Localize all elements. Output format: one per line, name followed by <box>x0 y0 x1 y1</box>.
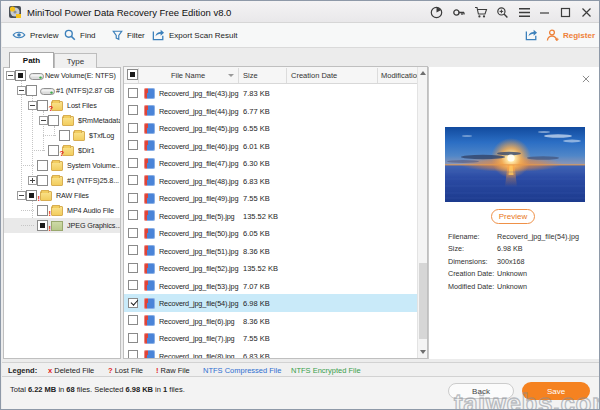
register-button[interactable]: Register <box>546 23 595 47</box>
filter-toolbar-button[interactable]: Filter <box>112 23 145 47</box>
file-name: Recoverd_jpg_file(50).jpg <box>159 229 238 238</box>
lost-mark-icon: ? <box>60 149 65 158</box>
tree-item[interactable]: ?Lost Files <box>4 98 120 113</box>
pie-chart-icon[interactable] <box>429 5 444 20</box>
tree-checkbox[interactable] <box>37 160 48 171</box>
tree-item[interactable]: #1 (NTFS)25.8... <box>4 173 120 188</box>
preview-button-label: Preview <box>499 212 527 221</box>
tree-checkbox[interactable] <box>15 70 26 81</box>
expand-icon[interactable] <box>28 176 37 185</box>
file-checkbox[interactable] <box>128 123 138 133</box>
minimize-button[interactable] <box>534 3 555 21</box>
file-checkbox[interactable] <box>128 315 138 325</box>
column-header-size-label: Size <box>243 71 258 80</box>
tree-checkbox[interactable] <box>48 145 59 156</box>
file-size: 7.07 KB <box>243 282 270 291</box>
folder-icon: ! <box>51 206 63 216</box>
file-row[interactable]: Recoverd_jpg_file(51).jpg8.36 KB <box>124 242 417 260</box>
export-scan-result-button[interactable]: Export Scan Result <box>152 23 237 47</box>
file-checkbox[interactable] <box>128 158 138 168</box>
collapse-icon[interactable] <box>17 191 26 200</box>
collapse-icon[interactable] <box>28 101 37 110</box>
file-row[interactable]: Recoverd_jpg_file(52).jpg135.52 KB <box>124 259 417 277</box>
file-row[interactable]: Recoverd_jpg_file(43).jpg7.83 KB <box>124 84 417 102</box>
tree-item[interactable]: $RmMetadata <box>4 113 120 128</box>
tree-item[interactable]: $TxfLog <box>4 128 120 143</box>
preview-toolbar-button[interactable]: Preview <box>12 23 58 47</box>
folder-tree-panel: New Volume(E: NTFS)#1 (NTFS)2.87 GB?Lost… <box>3 67 121 359</box>
file-checkbox[interactable] <box>128 193 138 203</box>
file-row[interactable]: Recoverd_jpg_file(44).jpg6.77 KB <box>124 102 417 120</box>
vertical-scrollbar[interactable] <box>417 67 427 358</box>
file-row[interactable]: Recoverd_jpg_file(6).jpg8.36 KB <box>124 312 417 330</box>
preview-detail-label: Filename: <box>448 232 480 241</box>
magnifier-icon <box>64 29 76 41</box>
tree-item[interactable]: System Volume... <box>4 158 120 173</box>
tree-item[interactable]: New Volume(E: NTFS) <box>4 68 120 83</box>
tree-checkbox[interactable] <box>48 115 59 126</box>
cart-icon[interactable] <box>473 5 488 20</box>
file-row[interactable]: Recoverd_jpg_file(45).jpg6.55 KB <box>124 119 417 137</box>
file-row[interactable]: Recoverd_jpg_file(53).jpg7.07 KB <box>124 277 417 295</box>
raw-mark-icon: ! <box>49 209 52 218</box>
file-checkbox[interactable] <box>128 298 138 308</box>
tree-checkbox[interactable] <box>59 130 70 141</box>
file-row[interactable]: Recoverd_jpg_file(50).jpg6.05 KB <box>124 224 417 242</box>
file-checkbox[interactable] <box>128 263 138 273</box>
tab-type[interactable]: Type <box>54 53 97 68</box>
file-row[interactable]: Recoverd_jpg_file(48).jpg6.83 KB <box>124 172 417 190</box>
preview-button[interactable]: Preview <box>491 209 535 224</box>
tree-item[interactable]: !JPEG Graphics... <box>4 218 120 233</box>
column-header-creation-date[interactable]: Creation Date <box>291 67 337 84</box>
maximize-button[interactable] <box>555 3 576 21</box>
find-toolbar-button[interactable]: Find <box>64 23 96 47</box>
collapse-icon[interactable] <box>39 116 48 125</box>
file-row[interactable]: Recoverd_jpg_file(49).jpg7.55 KB <box>124 189 417 207</box>
file-checkbox[interactable] <box>128 88 138 98</box>
file-row[interactable]: Recoverd_jpg_file(46).jpg6.01 KB <box>124 137 417 155</box>
tree-item[interactable]: ?$Dir1 <box>4 143 120 158</box>
close-button[interactable] <box>576 3 597 21</box>
tab-path[interactable]: Path <box>9 52 54 68</box>
file-checkbox[interactable] <box>128 333 138 343</box>
file-row[interactable]: Recoverd_jpg_file(8).jpg6.83 KB <box>124 347 417 360</box>
jpg-file-icon <box>144 140 155 151</box>
tree-item[interactable]: #1 (NTFS)2.87 GB <box>4 83 120 98</box>
tree-checkbox[interactable] <box>37 100 48 111</box>
file-checkbox[interactable] <box>128 210 138 220</box>
tree-checkbox[interactable] <box>37 220 48 231</box>
zoom-icon[interactable] <box>495 5 510 20</box>
select-all-checkbox[interactable] <box>127 69 138 80</box>
tree-checkbox[interactable] <box>26 85 37 96</box>
file-checkbox[interactable] <box>128 140 138 150</box>
collapse-icon[interactable] <box>17 86 26 95</box>
file-checkbox[interactable] <box>128 350 138 359</box>
column-header-modification[interactable]: Modification <box>381 67 421 84</box>
tree-checkbox[interactable] <box>37 205 48 216</box>
tree-item[interactable]: !MP4 Audio File <box>4 203 120 218</box>
tree-checkbox[interactable] <box>26 190 37 201</box>
scroll-up-button[interactable] <box>418 67 428 79</box>
scrollbar-thumb[interactable] <box>419 263 427 339</box>
collapse-icon[interactable] <box>6 71 15 80</box>
menu-icon[interactable] <box>517 5 532 20</box>
preview-close-icon[interactable] <box>582 75 590 83</box>
tree-item[interactable]: !RAW Files <box>4 188 120 203</box>
tree-item-label: $RmMetadata <box>78 116 121 125</box>
file-checkbox[interactable] <box>128 105 138 115</box>
scroll-down-button[interactable] <box>418 346 428 358</box>
tree-checkbox[interactable] <box>37 175 48 186</box>
file-row[interactable]: Recoverd_jpg_file(47).jpg6.30 KB <box>124 154 417 172</box>
file-checkbox[interactable] <box>128 280 138 290</box>
person-icon <box>546 29 559 42</box>
column-header-size[interactable]: Size <box>243 67 258 84</box>
file-checkbox[interactable] <box>128 175 138 185</box>
column-header-file-name[interactable]: File Name <box>138 67 238 84</box>
file-checkbox[interactable] <box>128 228 138 238</box>
file-row[interactable]: Recoverd_jpg_file(7).jpg7.55 KB <box>124 329 417 347</box>
file-checkbox[interactable] <box>128 245 138 255</box>
file-row[interactable]: Recoverd_jpg_file(54).jpg6.98 KB <box>124 294 417 312</box>
key-icon[interactable] <box>451 5 466 20</box>
file-row[interactable]: Recoverd_jpg_file(5).jpg135.52 KB <box>124 207 417 225</box>
share-button[interactable] <box>525 23 538 47</box>
